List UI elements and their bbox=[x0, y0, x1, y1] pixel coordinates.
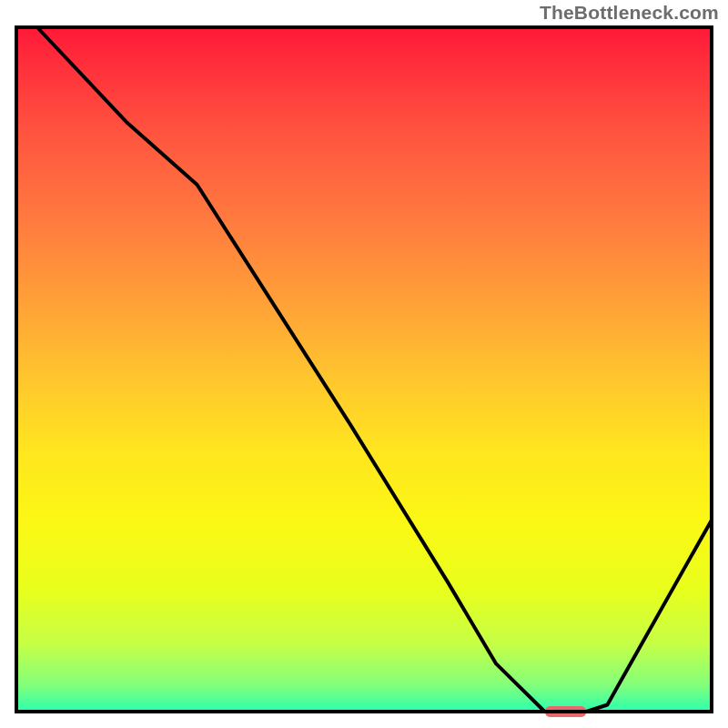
chart-container: TheBottleneck.com bbox=[0, 0, 728, 728]
plot-background bbox=[16, 27, 712, 712]
bottleneck-chart bbox=[0, 0, 728, 728]
